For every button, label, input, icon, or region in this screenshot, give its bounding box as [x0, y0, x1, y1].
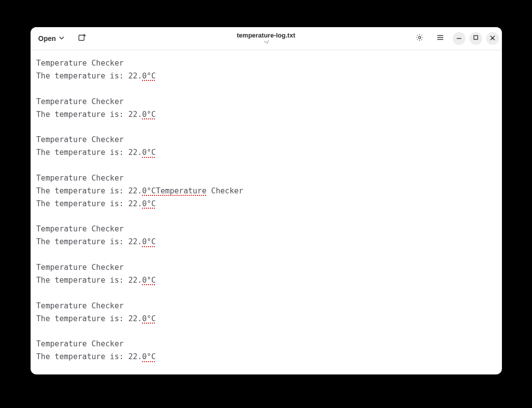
maximize-icon	[472, 34, 479, 43]
text-line	[36, 325, 496, 338]
text-line	[36, 211, 496, 223]
text-line	[36, 121, 496, 134]
editor-window: Open temperature-log.txt ~/	[31, 27, 502, 374]
titlebar: Open temperature-log.txt ~/	[31, 27, 502, 50]
minimize-icon	[456, 34, 462, 43]
chevron-down-icon	[59, 35, 65, 42]
text-line: The temperature is: 22.0°C	[36, 198, 496, 211]
svg-rect-0	[79, 35, 84, 40]
text-line: Temperature Checker	[36, 96, 496, 109]
text-line: The temperature is: 22.0°CTemperature Ch…	[36, 185, 496, 198]
text-line	[36, 83, 496, 96]
document-path: ~/	[237, 39, 295, 45]
text-line	[36, 159, 496, 172]
menu-button[interactable]	[432, 30, 449, 47]
titlebar-right	[411, 30, 499, 47]
hamburger-icon	[436, 34, 444, 43]
new-tab-button[interactable]	[73, 30, 90, 47]
text-line: The temperature is: 22.0°C	[36, 351, 496, 364]
titlebar-left: Open	[34, 30, 91, 47]
settings-button[interactable]	[411, 30, 428, 47]
open-button[interactable]: Open	[34, 32, 69, 45]
text-line: The temperature is: 22.0°C	[36, 147, 496, 159]
text-content[interactable]: Temperature CheckerThe temperature is: 2…	[31, 50, 502, 374]
titlebar-center: temperature-log.txt ~/	[237, 32, 295, 45]
svg-point-1	[418, 37, 421, 39]
text-line: The temperature is: 22.0°C	[36, 274, 496, 287]
text-line: The temperature is: 22.0°C	[36, 109, 496, 121]
new-tab-icon	[78, 34, 86, 43]
open-button-label: Open	[38, 35, 56, 42]
text-line: The temperature is: 22.0°C	[36, 236, 496, 249]
svg-rect-2	[474, 36, 478, 39]
text-line: Temperature Checker	[36, 172, 496, 185]
text-line	[36, 249, 496, 261]
gear-icon	[416, 34, 424, 43]
text-line: Temperature Checker	[36, 134, 496, 147]
maximize-button[interactable]	[469, 32, 482, 45]
minimize-button[interactable]	[453, 32, 465, 45]
text-line	[36, 287, 496, 300]
text-line: Temperature Checker	[36, 300, 496, 313]
text-line: The temperature is: 22.0°C	[36, 70, 496, 83]
text-line: Temperature Checker	[36, 338, 496, 351]
close-icon	[490, 34, 496, 43]
text-line: Temperature Checker	[36, 223, 496, 236]
close-button[interactable]	[486, 32, 499, 45]
text-line: Temperature Checker	[36, 57, 496, 70]
text-line: The temperature is: 22.0°C	[36, 313, 496, 326]
document-title: temperature-log.txt	[237, 32, 295, 39]
text-line: Temperature Checker	[36, 261, 496, 274]
